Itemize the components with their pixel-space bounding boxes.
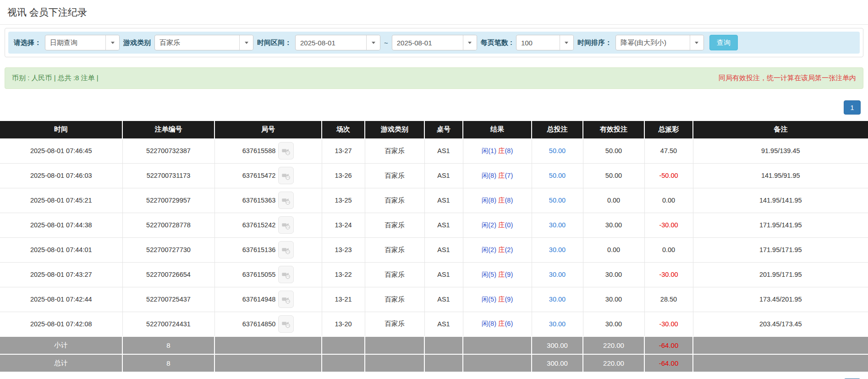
table-row: 2025-08-01 07:46:03 522700731173 6376154… bbox=[0, 163, 868, 188]
result-banker-score: (8) bbox=[505, 197, 513, 204]
col-total-bet: 总投注 bbox=[532, 121, 583, 138]
date-to-dropdown[interactable]: 2025-08-01 bbox=[392, 35, 477, 50]
cell-total-bet: 50.00 bbox=[532, 188, 583, 213]
result-banker: 庄 bbox=[498, 172, 505, 179]
cell-result: 闲(1) 庄(8) bbox=[463, 138, 532, 163]
col-payout: 总派彩 bbox=[644, 121, 693, 138]
cell-time: 2025-08-01 07:45:21 bbox=[0, 188, 122, 213]
chevron-down-icon[interactable] bbox=[690, 35, 703, 50]
cell-remark: 201.95/171.95 bbox=[693, 262, 868, 287]
cell-payout: 0.00 bbox=[644, 188, 693, 213]
cell-time: 2025-08-01 07:42:08 bbox=[0, 312, 122, 336]
cell-round: 637614850 bbox=[214, 312, 322, 336]
cell-remark: 171.95/141.95 bbox=[693, 213, 868, 237]
cell-payout: 28.50 bbox=[644, 287, 693, 312]
date-to-value: 2025-08-01 bbox=[392, 35, 463, 50]
cell-payout: 47.50 bbox=[644, 138, 693, 163]
cell-result: 闲(5) 庄(9) bbox=[463, 287, 532, 312]
cell-total-bet: 30.00 bbox=[532, 237, 583, 262]
chevron-down-icon[interactable] bbox=[239, 35, 253, 50]
per-page-dropdown[interactable]: 100 bbox=[516, 35, 574, 50]
video-replay-icon[interactable] bbox=[278, 142, 294, 159]
page-header: 视讯 会员下注纪录 bbox=[0, 0, 868, 25]
cell-total-bet: 30.00 bbox=[532, 287, 583, 312]
cell-table-no: AS1 bbox=[424, 188, 463, 213]
cell-valid-bet: 50.00 bbox=[583, 163, 644, 188]
subtotal-row: 小计 8 300.00 220.00 -64.00 bbox=[0, 336, 868, 354]
grand-total-row: 总计 8 300.00 220.00 -64.00 bbox=[0, 354, 868, 372]
col-table-no: 桌号 bbox=[424, 121, 463, 138]
cell-payout: -30.00 bbox=[644, 213, 693, 237]
col-time: 时间 bbox=[0, 121, 122, 138]
video-replay-icon[interactable] bbox=[278, 192, 294, 209]
cell-round: 637615136 bbox=[214, 237, 322, 262]
cell-bet-id: 522700731173 bbox=[122, 163, 214, 188]
round-number: 637614850 bbox=[242, 320, 276, 328]
video-replay-icon[interactable] bbox=[278, 216, 294, 234]
subtotal-count: 8 bbox=[122, 336, 214, 354]
cell-table-no: AS1 bbox=[424, 287, 463, 312]
chevron-down-icon[interactable] bbox=[105, 35, 119, 50]
table-body: 2025-08-01 07:46:45 522700732387 6376155… bbox=[0, 138, 868, 336]
cell-bet-id: 522700729957 bbox=[122, 188, 214, 213]
cell-round: 637615363 bbox=[214, 188, 322, 213]
cell-result: 闲(2) 庄(0) bbox=[463, 213, 532, 237]
time-sort-value: 降幂(由大到小) bbox=[616, 35, 690, 50]
result-banker: 庄 bbox=[498, 296, 505, 303]
cell-valid-bet: 30.00 bbox=[583, 262, 644, 287]
table-row: 2025-08-01 07:45:21 522700729957 6376153… bbox=[0, 188, 868, 213]
query-type-value: 日期查询 bbox=[45, 35, 105, 50]
cell-round: 637614948 bbox=[214, 287, 322, 312]
cell-round: 637615242 bbox=[214, 213, 322, 237]
cell-total-bet: 30.00 bbox=[532, 312, 583, 336]
chevron-down-icon[interactable] bbox=[560, 35, 573, 50]
table-row: 2025-08-01 07:42:08 522700724431 6376148… bbox=[0, 312, 868, 336]
total-bet-link[interactable]: 30.00 bbox=[549, 320, 566, 328]
page-1-button[interactable]: 1 bbox=[844, 100, 861, 115]
total-bet-link[interactable]: 50.00 bbox=[549, 147, 566, 154]
cell-total-bet: 30.00 bbox=[532, 262, 583, 287]
game-type-dropdown[interactable]: 百家乐 bbox=[154, 35, 253, 50]
total-bet-link[interactable]: 30.00 bbox=[549, 246, 566, 253]
cell-payout: -30.00 bbox=[644, 312, 693, 336]
cell-total-bet: 50.00 bbox=[532, 138, 583, 163]
total-bet-link[interactable]: 30.00 bbox=[549, 221, 566, 229]
chevron-down-icon[interactable] bbox=[463, 35, 477, 50]
cell-time: 2025-08-01 07:43:27 bbox=[0, 262, 122, 287]
video-replay-icon[interactable] bbox=[278, 241, 294, 258]
search-button[interactable]: 查询 bbox=[709, 35, 738, 50]
cell-time: 2025-08-01 07:46:03 bbox=[0, 163, 122, 188]
result-banker-score: (8) bbox=[505, 147, 513, 154]
time-sort-dropdown[interactable]: 降幂(由大到小) bbox=[615, 35, 704, 50]
game-type-label: 游戏类别 bbox=[123, 38, 151, 47]
cell-bet-id: 522700726654 bbox=[122, 262, 214, 287]
chevron-down-icon[interactable] bbox=[366, 35, 380, 50]
cell-session: 13-20 bbox=[322, 312, 365, 336]
total-bet-link[interactable]: 30.00 bbox=[549, 296, 566, 303]
currency-total-text: 币别 : 人民币 | 总共 :8 注单 | bbox=[12, 74, 99, 82]
cell-session: 13-26 bbox=[322, 163, 365, 188]
time-range-label: 时间区间： bbox=[257, 38, 291, 47]
game-type-value: 百家乐 bbox=[155, 35, 239, 50]
round-number: 637615136 bbox=[242, 246, 276, 253]
cell-game-type: 百家乐 bbox=[365, 262, 424, 287]
cell-table-no: AS1 bbox=[424, 237, 463, 262]
table-row: 2025-08-01 07:46:45 522700732387 6376155… bbox=[0, 138, 868, 163]
cell-remark: 171.95/171.95 bbox=[693, 237, 868, 262]
cell-valid-bet: 0.00 bbox=[583, 237, 644, 262]
total-bet-link[interactable]: 30.00 bbox=[549, 271, 566, 278]
video-replay-icon[interactable] bbox=[278, 315, 294, 333]
range-separator: ~ bbox=[384, 39, 388, 47]
cell-valid-bet: 50.00 bbox=[583, 138, 644, 163]
query-type-dropdown[interactable]: 日期查询 bbox=[45, 35, 120, 50]
total-bet-link[interactable]: 50.00 bbox=[549, 172, 566, 179]
video-replay-icon[interactable] bbox=[278, 167, 294, 184]
video-replay-icon[interactable] bbox=[278, 291, 294, 308]
subtotal-label: 小计 bbox=[0, 336, 122, 354]
cell-session: 13-24 bbox=[322, 213, 365, 237]
cell-time: 2025-08-01 07:46:45 bbox=[0, 138, 122, 163]
round-number: 637615242 bbox=[242, 221, 276, 229]
total-bet-link[interactable]: 50.00 bbox=[549, 197, 566, 204]
video-replay-icon[interactable] bbox=[278, 266, 294, 283]
date-from-dropdown[interactable]: 2025-08-01 bbox=[295, 35, 380, 50]
